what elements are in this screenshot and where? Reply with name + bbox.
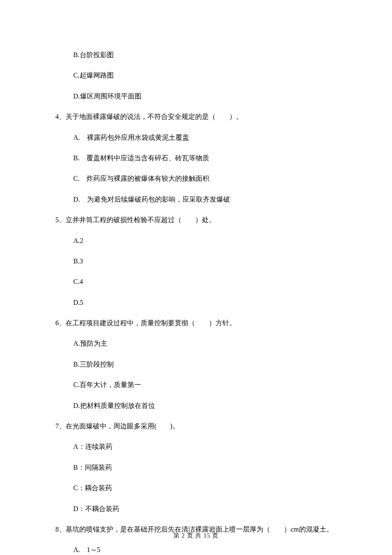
question-8-option-a: A. 1～5 (73, 545, 337, 555)
question-6-option-d: D.把材料质量控制放在首位 (73, 401, 337, 410)
page-footer: 第 2 页 共 15 页 (0, 532, 392, 540)
question-4-option-a: A. 裸露药包外应用水袋或黄泥土覆盖 (73, 133, 337, 142)
question-6-option-b: B.三阶段控制 (73, 360, 337, 369)
question-7-option-d: D：不耦合装药 (73, 504, 337, 514)
question-5-option-d: D.5 (73, 298, 337, 307)
question-7-stem: 7、在光面爆破中，周边眼多采用( )。 (55, 422, 337, 431)
prev-option-c: C.起爆网路图 (73, 71, 337, 80)
page-content: B.台阶投影图 C.起爆网路图 D.爆区周围环境平面图 4、关于地面裸露爆破的说… (0, 0, 392, 555)
question-4-option-c: C. 炸药应与裸露的被爆体有较大的接触面积 (73, 174, 337, 183)
question-7-option-a: A：连续装药 (73, 442, 337, 451)
question-6-stem: 6、在工程项目建设过程中，质量控制要贯彻（ ）方针。 (55, 318, 337, 328)
question-4-stem: 4、关于地面裸露爆破的说法，不符合安全规定的是（ ）。 (55, 112, 337, 121)
question-7-option-b: B：间隔装药 (73, 463, 337, 472)
question-6-option-a: A.预防为主 (73, 339, 337, 348)
prev-option-b: B.台阶投影图 (73, 50, 337, 60)
question-6-option-c: C.百年大计，质量第一 (73, 380, 337, 390)
question-5-option-b: B.3 (73, 257, 337, 266)
question-5-option-a: A.2 (73, 236, 337, 246)
question-5-stem: 5、立井井筒工程的破损性检验不应超过（ ）处。 (55, 215, 337, 225)
question-7-option-c: C：耦合装药 (73, 483, 337, 493)
question-5-option-c: C.4 (73, 277, 337, 286)
prev-option-d: D.爆区周围环境平面图 (73, 92, 337, 101)
question-4-option-b: B. 覆盖材料中应适当含有碎石、砖瓦等物质 (73, 153, 337, 163)
question-4-option-d: D. 为避免对后续爆破药包的影响，应采取齐发爆破 (73, 195, 337, 204)
